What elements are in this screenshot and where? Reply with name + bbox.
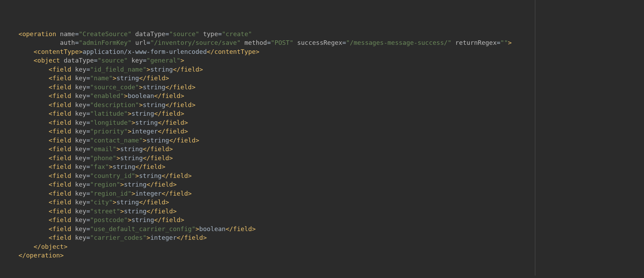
field-attr-key: key	[75, 225, 86, 232]
field-key-7: "priority"	[90, 128, 127, 135]
field-line-4: <field key="description">string</field>	[3, 100, 641, 109]
tag-field-close: </field>	[135, 163, 165, 170]
tag-field-close: </field>	[154, 216, 184, 223]
attr-name: name	[60, 30, 75, 38]
field-key-6: "longitude"	[90, 119, 131, 126]
tag-object-close: </object>	[34, 243, 68, 250]
field-key-18: "use_default_carrier_config"	[90, 225, 195, 232]
field-val-17: string	[132, 216, 154, 223]
field-key-11: "fax"	[90, 163, 109, 170]
field-key-9: "email"	[90, 145, 116, 153]
tag-field-close: </field>	[177, 234, 207, 241]
field-attr-key: key	[75, 101, 86, 108]
tag-operation-open: <operation	[18, 30, 56, 38]
tag-field-close: </field>	[169, 137, 199, 144]
attr-returnRegex: returnRegex	[455, 39, 497, 46]
field-line-8: <field key="contact_name">string</field>	[3, 136, 641, 145]
field-attr-key: key	[75, 66, 86, 73]
tag-field-close: </field>	[154, 110, 184, 117]
contentType-line: <contentType>application/x-www-form-urle…	[3, 47, 641, 56]
field-line-15: <field key="city">string</field>	[3, 198, 641, 207]
field-val-16: string	[124, 207, 147, 215]
tag-field-close: </field>	[162, 190, 192, 197]
tag-operation-close: </operation>	[18, 252, 64, 259]
tag-field-open: <field	[49, 101, 71, 108]
tag-field-open: <field	[49, 190, 71, 197]
object-close-line: </object>	[3, 242, 641, 251]
tag-field-open: <field	[49, 198, 71, 206]
operation-close-line: </operation>	[3, 251, 641, 260]
attr-dataType: dataType	[135, 30, 165, 38]
tag-field-open: <field	[49, 207, 71, 215]
field-val-19: integer	[150, 234, 177, 241]
field-val-14: integer	[135, 190, 162, 197]
field-key-19: "carrier_codes"	[90, 234, 147, 241]
operation-line1: <operation name="CreateSource" dataType=…	[3, 30, 641, 39]
field-key-16: "street"	[90, 207, 120, 215]
attr-val-method: "POST"	[271, 39, 294, 46]
tag-field-close: </field>	[165, 83, 196, 91]
field-key-2: "source_code"	[90, 83, 139, 91]
tag-field-close: </field>	[139, 74, 169, 82]
field-val-4: string	[143, 101, 165, 108]
tag-field-close: </field>	[158, 128, 188, 135]
tag-field-close: </field>	[147, 207, 177, 215]
field-val-7: integer	[132, 128, 158, 135]
tag-contentType-close: </contentType>	[207, 48, 259, 55]
tag-field-open: <field	[49, 128, 71, 135]
obj-attr-key: key	[132, 57, 143, 64]
field-attr-key: key	[75, 234, 86, 241]
attr-type: type	[203, 30, 218, 38]
field-line-13: <field key="region">string</field>	[3, 180, 641, 189]
attr-val-returnRegex: ""	[501, 39, 508, 46]
tag-field-close: </field>	[154, 92, 184, 99]
code-content: <operation name="CreateSource" dataType=…	[3, 30, 641, 260]
obj-attr-val-dataType: "source"	[98, 57, 128, 64]
field-key-1: "name"	[90, 74, 113, 82]
tag-field-open: <field	[49, 110, 71, 117]
tag-field-open: <field	[49, 66, 71, 73]
field-line-18: <field key="use_default_carrier_config">…	[3, 224, 641, 234]
tag-field-close: </field>	[162, 172, 192, 179]
obj-attr-dataType: dataType	[64, 57, 94, 64]
field-attr-key: key	[75, 198, 86, 206]
field-line-1: <field key="name">string</field>	[3, 74, 641, 83]
attr-val-url: "/inventory/source/save"	[150, 39, 241, 46]
field-val-6: string	[135, 119, 158, 126]
field-key-4: "description"	[90, 101, 139, 108]
field-val-0: string	[150, 66, 173, 73]
field-line-9: <field key="email">string</field>	[3, 145, 641, 154]
field-line-17: <field key="postcode">string</field>	[3, 215, 641, 224]
field-attr-key: key	[75, 172, 86, 179]
attr-val-successRegex: "/messages-message-success/"	[346, 39, 451, 46]
field-line-12: <field key="country_id">string</field>	[3, 171, 641, 180]
tag-field-open: <field	[49, 119, 71, 126]
attr-val-type: "create"	[222, 30, 252, 38]
field-val-18: boolean	[199, 225, 226, 232]
attr-successRegex: successRegex	[297, 39, 342, 46]
field-val-13: string	[124, 181, 147, 188]
field-val-11: string	[113, 163, 135, 170]
field-val-3: boolean	[128, 92, 154, 99]
field-line-19: <field key="carrier_codes">integer</fiel…	[3, 233, 641, 242]
field-line-0: <field key="id_field_name">string</field…	[3, 65, 641, 74]
tag-object-open: <object	[34, 57, 60, 64]
field-attr-key: key	[75, 190, 86, 197]
contentType-value: application/x-www-form-urlencoded	[83, 48, 207, 55]
code-editor[interactable]: <operation name="CreateSource" dataType=…	[0, 0, 644, 276]
attr-auth: auth	[60, 39, 75, 46]
tag-field-close: </field>	[143, 145, 173, 153]
field-key-0: "id_field_name"	[90, 66, 147, 73]
field-val-10: string	[120, 154, 143, 162]
tag-field-close: </field>	[173, 66, 203, 73]
field-attr-key: key	[75, 83, 86, 91]
object-open-line: <object dataType="source" key="general">	[3, 56, 641, 65]
tag-field-close: </field>	[147, 181, 177, 188]
field-line-6: <field key="longitude">string</field>	[3, 118, 641, 127]
attr-method: method	[245, 39, 267, 46]
field-val-2: string	[143, 83, 165, 91]
field-val-9: string	[120, 145, 143, 153]
field-key-12: "country_id"	[90, 172, 135, 179]
field-attr-key: key	[75, 216, 86, 223]
operation-line2: auth="adminFormKey" url="/inventory/sour…	[3, 38, 641, 47]
